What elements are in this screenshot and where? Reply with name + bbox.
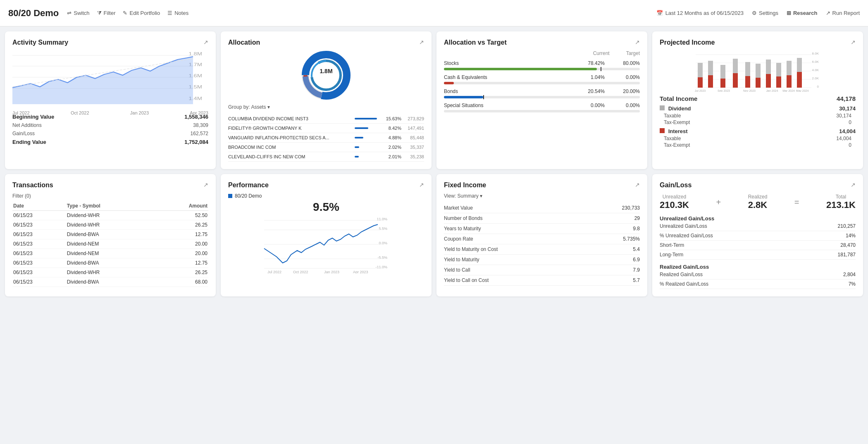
svg-rect-44	[787, 75, 792, 88]
trans-date: 06/15/23	[12, 277, 66, 287]
donut-container: 1.8M	[228, 50, 424, 100]
list-item: Yield to Maturity6.9	[444, 255, 640, 265]
fi-row-label: Yield to Maturity on Cost	[444, 246, 498, 252]
avt-label-cash: Cash & Equivalents	[444, 74, 487, 80]
calendar-icon: 📅	[656, 10, 663, 16]
gl-realized-section-title: Realized Gain/Loss	[660, 264, 856, 270]
fixed-income-card: Fixed Income ↗ View: Summary ▾ Market Va…	[436, 174, 647, 296]
allocation-vs-target-card: Allocation vs Target ↗ Current Target St…	[436, 31, 647, 169]
chart-label-2: Oct 2022	[71, 110, 89, 115]
transactions-table: Date Type - Symbol Amount 06/15/23 Divid…	[12, 201, 208, 287]
perf-chart-svg: 11.0% 5.5% 0.0% -5.5% -11.0% Jul 2022 Oc…	[228, 215, 424, 273]
proj-interest-section: Interest 14,004 Taxable 14,004 Tax-Exemp…	[660, 128, 856, 148]
alloc-name-4: CLEVELAND-CLIFFS INC NEW COM	[228, 154, 351, 159]
list-item: Coupon Rate5.735%	[444, 234, 640, 244]
run-report-button[interactable]: ↗ Run Report	[826, 10, 860, 16]
gain-loss-title: Gain/Loss	[660, 181, 692, 189]
avt-vals-stocks: 78.42% 80.00%	[582, 60, 640, 66]
svg-text:Sep 2023: Sep 2023	[718, 89, 730, 92]
alloc-item-1: FIDELITY® GROWTH COMPANY K 8.42% 147,491	[228, 124, 424, 133]
top-bar-left: 80/20 Demo ⇌ Switch ⧩ Filter ✎ Edit Port…	[8, 8, 188, 19]
activity-summary-expand[interactable]: ↗	[203, 39, 208, 45]
svg-text:1.8M: 1.8M	[188, 52, 202, 56]
avt-bar-bonds	[444, 96, 640, 98]
gl-realized-value: 2.8K	[748, 200, 768, 210]
gl-pct-realized-row: % Realized Gain/Loss 7%	[660, 279, 856, 289]
svg-rect-30	[708, 75, 713, 88]
chart-label-4: Apr 2023	[190, 110, 208, 115]
projected-income-expand[interactable]: ↗	[851, 39, 856, 45]
fi-view[interactable]: View: Summary ▾	[444, 193, 640, 199]
fi-row-value: 6.9	[633, 257, 640, 263]
avt-header: Allocation vs Target ↗	[444, 39, 640, 46]
alloc-name-2: VANGUARD INFLATION-PROTECTED SECS A...	[228, 135, 351, 140]
gain-loss-card: Gain/Loss ↗ Unrealized 210.3K + Realized…	[652, 174, 863, 296]
transactions-filter[interactable]: Filter (0)	[12, 193, 208, 199]
group-by[interactable]: Group by: Assets ▾	[228, 104, 424, 110]
fi-row-label: Years to Maturity	[444, 226, 481, 232]
col-type-symbol: Type - Symbol	[66, 201, 156, 211]
trans-amount: 26.25	[156, 268, 208, 277]
gain-loss-expand[interactable]: ↗	[851, 181, 856, 188]
avt-row-special: Special Situations 0.00% 0.00%	[444, 103, 640, 112]
perf-value: 9.5%	[228, 201, 424, 214]
research-label: Research	[793, 10, 818, 16]
table-row: 06/15/23 Dividend-WHR 52.50	[12, 211, 208, 220]
avt-vals-cash: 1.04% 0.00%	[582, 74, 640, 80]
trans-amount: 52.50	[156, 211, 208, 220]
proj-total-row: Total Income 44,178	[660, 95, 856, 102]
svg-text:4.0K: 4.0K	[812, 68, 819, 72]
table-row: 06/15/23 Dividend-NEM 20.00	[12, 239, 208, 249]
proj-interest-taxable-value: 14,004	[836, 136, 851, 141]
alloc-pct-0: 15.63%	[383, 116, 401, 121]
gl-total-block: Total 213.1K	[826, 194, 856, 210]
svg-rect-40	[766, 74, 771, 88]
filter-label: Filter (0)	[12, 193, 31, 199]
run-report-icon: ↗	[826, 10, 830, 16]
proj-dividend-taxable-row: Taxable 30,174	[660, 112, 856, 119]
list-item: Yield to Call on Cost5.7	[444, 275, 640, 286]
avt-expand[interactable]: ↗	[635, 39, 640, 45]
trans-date: 06/15/23	[12, 230, 66, 239]
research-button[interactable]: ⊞ Research	[787, 10, 818, 16]
fi-row-label: Coupon Rate	[444, 236, 473, 242]
transactions-body: 06/15/23 Dividend-WHR 52.50 06/15/23 Div…	[12, 211, 208, 287]
avt-col-current: Current	[593, 50, 610, 56]
fi-row-label: Number of Bonds	[444, 215, 482, 221]
avt-bar-cash	[444, 82, 640, 84]
performance-expand[interactable]: ↗	[419, 181, 424, 188]
settings-button[interactable]: ⚙ Settings	[752, 10, 778, 16]
activity-summary-title: Activity Summary	[12, 39, 68, 46]
gain-loss-value: 162,572	[191, 131, 208, 136]
gl-total-value: 213.1K	[826, 200, 856, 210]
perf-legend: 80/20 Demo	[228, 193, 424, 199]
svg-text:May 2024: May 2024	[796, 89, 809, 92]
trans-type: Dividend-NEM	[66, 249, 156, 258]
projected-income-card: Projected Income ↗ 8.0K 6.0K 4.0K 2.0K 0	[652, 31, 863, 169]
fi-row-label: Yield to Maturity	[444, 257, 479, 263]
transactions-expand[interactable]: ↗	[203, 181, 208, 188]
allocation-expand[interactable]: ↗	[419, 39, 424, 45]
avt-col-headers: Current Target	[444, 50, 640, 56]
edit-icon: ✎	[123, 10, 127, 16]
avt-current-bonds: 20.54%	[582, 88, 605, 94]
avt-target-stocks: 80.00%	[617, 60, 640, 66]
fixed-income-expand[interactable]: ↗	[635, 181, 640, 188]
notes-button[interactable]: ☰ Notes	[167, 10, 188, 16]
fixed-income-header: Fixed Income ↗	[444, 181, 640, 189]
filter-button[interactable]: ⧩ Filter	[97, 10, 116, 17]
svg-text:Jan 2024: Jan 2024	[766, 89, 778, 92]
activity-chart-labels: Jul 2022 Oct 2022 Jan 2023 Apr 2023	[12, 110, 208, 115]
transactions-card: Transactions ↗ Filter (0) Date Type - Sy…	[5, 174, 216, 296]
switch-button[interactable]: ⇌ Switch	[67, 10, 89, 16]
activity-summary-card: Activity Summary ↗ 1.8M 1.7M 1.6M 1.5M 1…	[5, 31, 216, 169]
net-additions-label: Net Additions	[12, 122, 42, 128]
proj-interest-exempt-value: 0	[849, 142, 851, 148]
switch-icon: ⇌	[67, 10, 72, 16]
svg-text:2.0K: 2.0K	[812, 76, 819, 80]
table-row: 06/15/23 Dividend-WHR 26.25	[12, 268, 208, 277]
gl-pct-realized-label: % Realized Gain/Loss	[660, 281, 708, 287]
gl-unrealized-block: Unrealized 210.3K	[660, 194, 689, 210]
edit-portfolio-button[interactable]: ✎ Edit Portfolio	[123, 10, 160, 16]
proj-interest-exempt-row: Tax-Exempt 0	[660, 142, 856, 148]
